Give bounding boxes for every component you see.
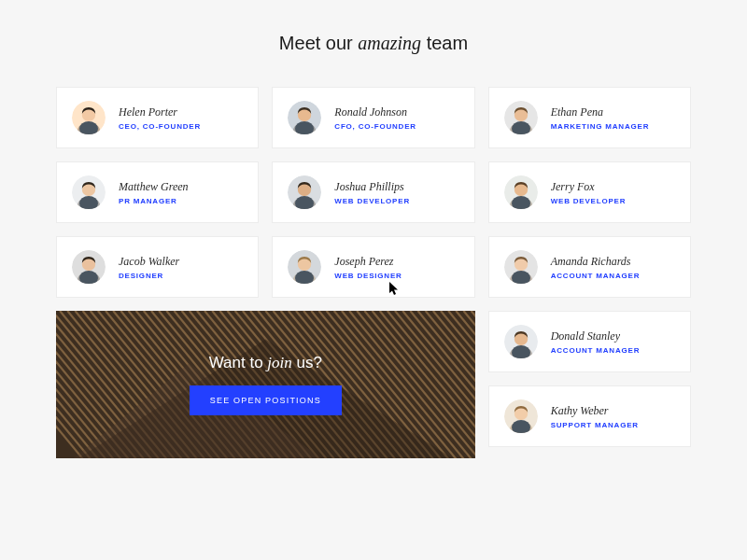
member-name: Donald Stanley (551, 329, 641, 343)
team-card[interactable]: Ethan Pena MARKETING MANAGER (488, 87, 691, 148)
team-grid: Helen Porter CEO, CO-FOUNDER Ronald John… (56, 87, 691, 458)
member-role: PR MANAGER (119, 197, 189, 205)
avatar (504, 325, 538, 358)
avatar (288, 175, 321, 209)
open-positions-button[interactable]: SEE OPEN POSITIONS (190, 385, 342, 415)
member-role: MARKETING MANAGER (551, 122, 650, 131)
team-card[interactable]: Jerry Fox WEB DEVELOPER (488, 161, 691, 223)
avatar (504, 101, 538, 134)
member-role: ACCOUNT MANAGER (551, 272, 641, 280)
team-card[interactable]: Amanda Richards ACCOUNT MANAGER (488, 236, 691, 298)
cta-panel: Want to join us? SEE OPEN POSITIONS (56, 311, 475, 458)
avatar (72, 175, 106, 209)
avatar (504, 175, 538, 209)
section-heading: Meet our amazing team (56, 33, 691, 54)
team-card[interactable]: Kathy Weber SUPPORT MANAGER (488, 385, 691, 447)
team-card[interactable]: Jacob Walker DESIGNER (56, 236, 259, 298)
member-name: Joseph Perez (334, 255, 402, 269)
cta-title: Want to join us? (190, 354, 342, 372)
member-name: Ethan Pena (551, 105, 650, 119)
member-name: Ronald Johnson (334, 105, 416, 119)
avatar (288, 250, 321, 284)
member-name: Matthew Green (119, 180, 189, 194)
avatar (504, 250, 538, 284)
member-role: CFO, CO-FOUNDER (334, 122, 416, 131)
member-role: WEB DEVELOPER (551, 197, 627, 205)
member-role: ACCOUNT MANAGER (551, 346, 641, 355)
member-role: WEB DESIGNER (334, 272, 402, 280)
team-card[interactable]: Joseph Perez WEB DESIGNER (272, 236, 474, 298)
member-name: Amanda Richards (551, 255, 641, 269)
team-card[interactable]: Joshua Phillips WEB DEVELOPER (272, 161, 474, 223)
member-role: CEO, CO-FOUNDER (119, 122, 201, 131)
member-name: Kathy Weber (551, 404, 639, 418)
avatar (288, 101, 321, 134)
team-card[interactable]: Matthew Green PR MANAGER (56, 161, 259, 223)
team-card[interactable]: Ronald Johnson CFO, CO-FOUNDER (272, 87, 474, 148)
member-name: Jacob Walker (119, 255, 179, 269)
avatar (72, 101, 106, 134)
member-name: Jerry Fox (551, 180, 627, 194)
member-name: Joshua Phillips (334, 180, 410, 194)
team-card[interactable]: Donald Stanley ACCOUNT MANAGER (488, 311, 691, 372)
avatar (504, 399, 538, 433)
member-role: SUPPORT MANAGER (551, 421, 639, 429)
member-role: DESIGNER (119, 272, 179, 280)
member-role: WEB DEVELOPER (334, 197, 410, 205)
avatar (72, 250, 106, 284)
member-name: Helen Porter (119, 105, 201, 119)
team-card[interactable]: Helen Porter CEO, CO-FOUNDER (56, 87, 259, 148)
